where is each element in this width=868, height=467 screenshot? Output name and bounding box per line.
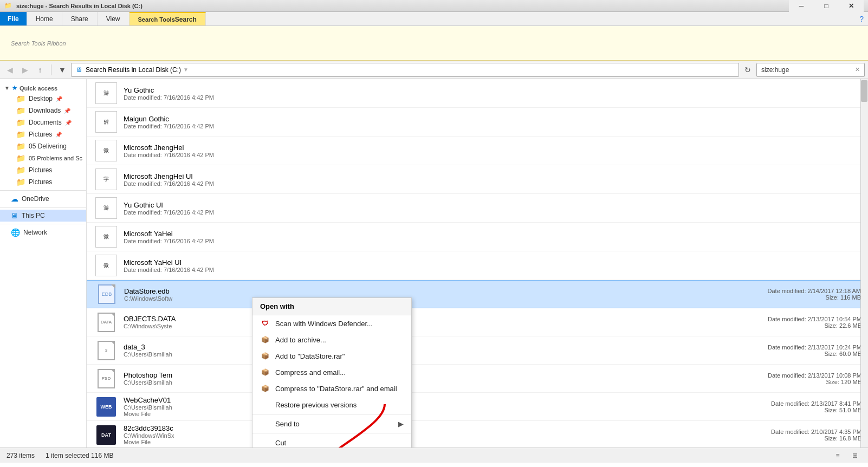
search-box[interactable]: size:huge ✕ xyxy=(756,63,865,77)
file-item-yahei-ui[interactable]: 微 Microsoft YaHei UI Date modified: 7/16… xyxy=(87,251,868,280)
file-meta: Date modified: 2/10/2017 4:35 PM Size: 1… xyxy=(753,429,861,442)
status-bar: 273 items 1 item selected 116 MB ≡ ⊞ xyxy=(0,447,868,463)
file-icon: WEB xyxy=(93,397,119,417)
file-path: C:\Windows\WinSx xyxy=(124,432,753,439)
sidebar-item-network[interactable]: 🌐 Network xyxy=(0,226,86,238)
ctx-item-add-rar[interactable]: 📦 Add to "DataStore.rar" xyxy=(252,348,411,364)
sidebar: ▼ ★ Quick access 📁 Desktop 📌 📁 Downloads… xyxy=(0,79,87,447)
ctx-separator1 xyxy=(252,414,411,414)
ctx-item-restore[interactable]: Restore previous versions xyxy=(252,397,411,413)
file-name: Microsoft YaHei UI xyxy=(124,258,861,267)
maximize-button[interactable]: □ xyxy=(814,0,839,14)
file-item-photoshop[interactable]: PSD Photoshop Tem C:\Users\Bismillah Dat… xyxy=(87,365,868,393)
restore-icon xyxy=(260,400,270,410)
forward-button[interactable]: ▶ xyxy=(18,63,31,76)
title-bar: 📁 size:huge - Search Results in Local Di… xyxy=(0,0,868,12)
vertical-scrollbar[interactable] xyxy=(860,79,868,447)
file-item-jheng-ui[interactable]: 字 Microsoft JhengHei UI Date modified: 7… xyxy=(87,165,868,194)
ctx-item-cut[interactable]: Cut xyxy=(252,434,411,447)
tab-home[interactable]: Home xyxy=(27,12,62,25)
ctx-item-add-archive[interactable]: 📦 Add to archive... xyxy=(252,332,411,348)
sidebar-divider xyxy=(0,190,86,191)
wd-icon: 🛡 xyxy=(260,319,270,328)
file-name: data_3 xyxy=(124,343,753,351)
file-item-yahei[interactable]: 微 Microsoft YaHei Date modified: 7/16/20… xyxy=(87,223,868,251)
sidebar-item-desktop[interactable]: 📁 Desktop 📌 xyxy=(0,93,86,105)
file-item-yu-gothic[interactable]: 游 Yu Gothic Date modified: 7/16/2016 4:4… xyxy=(87,79,868,108)
scrollbar-thumb[interactable] xyxy=(861,80,867,102)
file-item-malgun[interactable]: 맑 Malgun Gothic Date modified: 7/16/2016… xyxy=(87,108,868,137)
ctx-item-compress-email[interactable]: 📦 Compress and email... xyxy=(252,364,411,380)
address-text: Search Results in Local Disk (C:) xyxy=(86,66,181,74)
window-icon: 📁 xyxy=(4,2,12,9)
this-pc-icon: 🖥 xyxy=(11,211,18,220)
back-button[interactable]: ◀ xyxy=(3,63,16,76)
ctx-item-scan[interactable]: 🛡 Scan with Windows Defender... xyxy=(252,315,411,332)
folder-icon: 📁 xyxy=(16,178,25,186)
refresh-button[interactable]: ↻ xyxy=(741,63,754,76)
sidebar-quick-access[interactable]: ▼ ★ Quick access xyxy=(0,81,86,93)
file-name: OBJECTS.DATA xyxy=(124,315,753,323)
file-name: Yu Gothic xyxy=(124,86,861,94)
sidebar-item-pictures3[interactable]: 📁 Pictures xyxy=(0,176,86,188)
pin-icon: 📌 xyxy=(64,108,70,114)
sidebar-item-05-delivering[interactable]: 📁 05 Delivering xyxy=(0,140,86,152)
help-icon[interactable]: ? xyxy=(859,15,864,23)
details-view-button[interactable]: ≡ xyxy=(831,450,844,462)
sidebar-item-this-pc[interactable]: 🖥 This PC xyxy=(0,210,86,222)
file-name: Microsoft YaHei xyxy=(124,230,861,238)
onedrive-icon: ☁ xyxy=(11,194,18,203)
file-item-datastore[interactable]: EDB DataStore.edb C:\Windows\Softw Date … xyxy=(87,280,868,308)
file-meta: Date modified: 7/16/2016 4:42 PM xyxy=(124,267,861,273)
file-item-jheng[interactable]: 微 Microsoft JhengHei Date modified: 7/16… xyxy=(87,137,868,165)
ra-icon4: 📦 xyxy=(260,384,270,393)
file-meta: Date modified: 2/13/2017 8:41 PM Size: 5… xyxy=(753,400,861,413)
ctx-item-compress-rar-email[interactable]: 📦 Compress to "DataStore.rar" and email xyxy=(252,380,411,397)
tab-share[interactable]: Share xyxy=(62,12,98,25)
file-icon: 游 xyxy=(93,197,119,219)
file-meta: Date modified: 7/16/2016 4:42 PM xyxy=(124,94,861,101)
file-name: DataStore.edb xyxy=(124,287,753,295)
minimize-button[interactable]: ─ xyxy=(789,0,814,14)
pin-icon: 📌 xyxy=(55,132,62,138)
sidebar-item-documents[interactable]: 📁 Documents 📌 xyxy=(0,116,86,128)
recent-button[interactable]: ▼ xyxy=(56,63,69,76)
file-item-objects[interactable]: DATA OBJECTS.DATA C:\Windows\Syste Date … xyxy=(87,308,868,336)
file-meta: Date modified: 7/16/2016 4:42 PM xyxy=(124,180,861,187)
sidebar-item-downloads[interactable]: 📁 Downloads 📌 xyxy=(0,105,86,116)
folder-icon: 📁 xyxy=(16,154,25,163)
file-icon: 3 xyxy=(93,341,119,360)
file-meta: Date modified: 7/16/2016 4:42 PM xyxy=(124,209,861,216)
tab-view[interactable]: View xyxy=(98,12,129,25)
tab-file[interactable]: File xyxy=(0,12,27,25)
ra-icon3: 📦 xyxy=(260,367,270,377)
file-path: C:\Users\Bismillah xyxy=(124,351,753,358)
file-item-webcache[interactable]: WEB WebCacheV01 C:\Users\Bismillah Movie… xyxy=(87,393,868,421)
large-icons-view-button[interactable]: ⊞ xyxy=(848,450,861,462)
file-item-yugothic-ui[interactable]: 游 Yu Gothic UI Date modified: 7/16/2016 … xyxy=(87,194,868,223)
ribbon-tab-bar: File Home Share View Search Tools Search… xyxy=(0,12,868,26)
file-meta: Date modified: 7/16/2016 4:42 PM xyxy=(124,238,861,244)
up-button[interactable]: ↑ xyxy=(34,63,47,76)
ctx-item-send-to[interactable]: Send to ▶ xyxy=(252,416,411,432)
sidebar-item-onedrive[interactable]: ☁ OneDrive xyxy=(0,193,86,205)
pin-icon: 📌 xyxy=(65,120,72,126)
file-icon: 微 xyxy=(93,226,119,248)
submenu-arrow: ▶ xyxy=(398,420,404,428)
window-title: size:huge - Search Results in Local Disk… xyxy=(16,3,142,9)
sidebar-item-05-problems[interactable]: 📁 05 Problems and Sc xyxy=(0,152,86,164)
address-bar[interactable]: 🖥 Search Results in Local Disk (C:) ▼ xyxy=(71,63,739,77)
search-clear-button[interactable]: ✕ xyxy=(855,66,860,73)
file-item-data3[interactable]: 3 data_3 C:\Users\Bismillah Date modifie… xyxy=(87,336,868,365)
folder-icon: 📁 xyxy=(16,118,25,127)
file-icon: DATA xyxy=(93,313,119,332)
file-name: Yu Gothic UI xyxy=(124,201,861,209)
sidebar-item-pictures[interactable]: 📁 Pictures 📌 xyxy=(0,128,86,140)
breadcrumb-icon: 🖥 xyxy=(76,66,82,74)
file-name: 82c3ddc39183c xyxy=(124,424,753,432)
tab-search[interactable]: Search Tools Search xyxy=(129,12,206,25)
sidebar-item-pictures2[interactable]: 📁 Pictures xyxy=(0,164,86,176)
file-meta: Date modified: 7/16/2016 4:42 PM xyxy=(124,152,861,158)
file-item-82c3[interactable]: DAT 82c3ddc39183c C:\Windows\WinSx Movie… xyxy=(87,421,868,447)
ra-icon2: 📦 xyxy=(260,351,270,361)
